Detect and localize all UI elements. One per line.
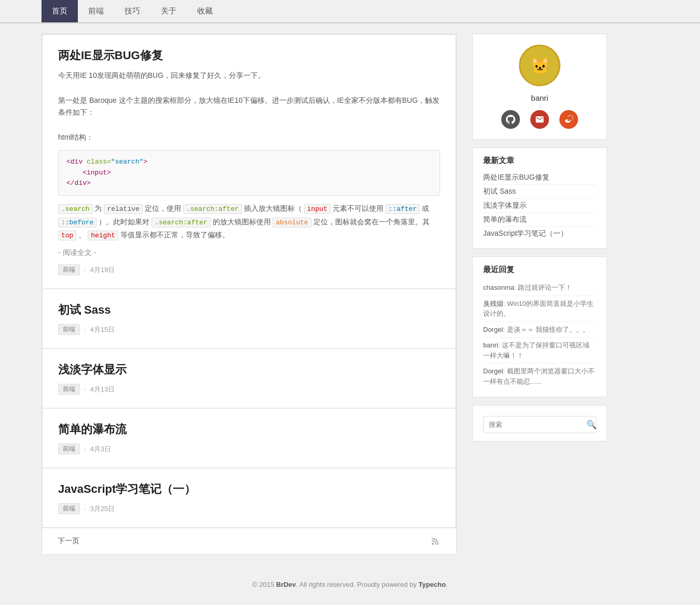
article-date-4: 4月3日	[90, 445, 111, 454]
article-title-5[interactable]: JavaScript学习笔记（一）	[58, 481, 440, 497]
comment-item-2: 臭残烟: Win10的界面简直就是小学生设计的。	[483, 296, 596, 322]
recent-post-item-2[interactable]: 初试 Sass	[483, 185, 596, 199]
article-tag-5[interactable]: 前端	[58, 503, 80, 514]
article-dot-2: ·	[84, 326, 86, 333]
sidebar-recent-comments: 最近回复 chasonma: 路过就评论一下！ 臭残烟: Win10的界面简直就…	[472, 257, 607, 397]
comment-text-3: 是谈＝＝ 我猫怪你了。。。	[507, 326, 590, 333]
code-tag-1: <div	[66, 158, 83, 166]
comment-author-1: chasonma	[483, 284, 514, 291]
recent-post-item-5[interactable]: JavaScript学习笔记（一）	[483, 227, 596, 240]
recent-post-item-1[interactable]: 两处IE显示BUG修复	[483, 171, 596, 185]
footer: © 2015 BrDev. All rights reserved. Proud…	[0, 570, 700, 599]
ci-5: ::after	[386, 204, 420, 214]
footer-end: .	[446, 581, 448, 588]
footer-brand: BrDev	[276, 581, 296, 588]
page-wrapper: 首页 前端 技巧 关于 收藏 两处IE显示BUG修复 今天用IE 10发现两处萌…	[0, 0, 700, 599]
comment-item-1: chasonma: 路过就评论一下！	[483, 280, 596, 296]
article-meta-2: 前端 · 4月15日	[58, 324, 440, 335]
rss-icon[interactable]	[430, 536, 441, 546]
pagination-area: 下一页	[42, 528, 457, 555]
article-date-3: 4月13日	[90, 385, 115, 394]
article-meta-3: 前端 · 4月13日	[58, 384, 440, 395]
articles-container: 两处IE显示BUG修复 今天用IE 10发现两处萌萌的BUG，回来修复了好久，分…	[42, 34, 457, 528]
main-layout: 两处IE显示BUG修复 今天用IE 10发现两处萌萌的BUG，回来修复了好久，分…	[0, 23, 700, 565]
article-meta-5: 前端 · 3月25日	[58, 503, 440, 514]
content-area: 两处IE显示BUG修复 今天用IE 10发现两处萌萌的BUG，回来修复了好久，分…	[42, 34, 457, 555]
article-tag-1[interactable]: 前端	[58, 264, 80, 275]
footer-copyright: © 2015	[252, 581, 276, 588]
article-date-1: 4月19日	[90, 265, 115, 275]
footer-tagline: . All rights reserved. Proudly powered b…	[296, 581, 418, 588]
recent-post-item-3[interactable]: 浅淡字体显示	[483, 199, 596, 213]
comment-colon-3: :	[503, 326, 506, 333]
email-icon[interactable]	[530, 110, 549, 129]
comment-author-5: Dorgel	[483, 367, 503, 375]
weibo-icon[interactable]	[559, 110, 578, 129]
ci-4: input	[304, 204, 331, 214]
article-date-2: 4月15日	[90, 325, 115, 334]
code-tag-4: </div>	[66, 179, 91, 187]
article-date-5: 3月25日	[90, 504, 115, 514]
sidebar: 🐱 banri 最新文章 两处IE显示BU	[472, 34, 607, 555]
comment-author-3: Dorgel	[483, 326, 503, 333]
ci-3: .search:after	[183, 204, 242, 214]
comment-item-3: Dorgel: 是谈＝＝ 我猫怪你了。。。	[483, 322, 596, 338]
comment-author-2: 臭残烟	[483, 300, 503, 307]
article-dot-1: ·	[84, 266, 86, 274]
article-title-2[interactable]: 初试 Sass	[58, 302, 440, 318]
inline-desc-1: .search 为 relative 定位，使用 .search:after 插…	[58, 202, 440, 241]
nav-item-favorites[interactable]: 收藏	[187, 0, 223, 22]
ci-9: top	[58, 231, 76, 240]
article-card-3: 浅淡字体显示 前端 · 4月13日	[42, 348, 456, 408]
article-dot-5: ·	[84, 505, 86, 513]
article-meta-4: 前端 · 4月3日	[58, 443, 440, 454]
nav-item-home[interactable]: 首页	[42, 0, 78, 22]
article-card-2: 初试 Sass 前端 · 4月15日	[42, 289, 456, 348]
ci-2: relative	[104, 204, 142, 214]
read-more-1[interactable]: - 阅读全文 -	[58, 247, 440, 259]
article-tag-4[interactable]: 前端	[58, 443, 80, 454]
footer-engine: Typecho	[419, 581, 446, 588]
nav-item-tips[interactable]: 技巧	[114, 0, 150, 22]
svg-point-0	[432, 543, 434, 545]
article-tag-3[interactable]: 前端	[58, 384, 80, 395]
sidebar-recent-posts: 最新文章 两处IE显示BUG修复 初试 Sass 浅淡字体显示 简单的瀑布流 J…	[472, 147, 607, 249]
article-title-4[interactable]: 简单的瀑布流	[58, 422, 440, 437]
nav-item-frontend[interactable]: 前端	[78, 0, 114, 22]
article-card: 两处IE显示BUG修复 今天用IE 10发现两处萌萌的BUG，回来修复了好久，分…	[42, 34, 456, 289]
article-body-1: 今天用IE 10发现两处萌萌的BUG，回来修复了好久，分享一下。 第一处是 Ba…	[58, 70, 440, 259]
article-card-5: JavaScript学习笔记（一） 前端 · 3月25日	[42, 468, 456, 528]
ci-8: absolute	[272, 218, 311, 227]
code-block-1: <div class="search"> <input> </div>	[58, 150, 440, 196]
article-meta-1: 前端 · 4月19日	[58, 264, 440, 275]
article-tag-2[interactable]: 前端	[58, 324, 80, 335]
avatar: 🐱	[519, 45, 560, 86]
code-tag-2: >	[143, 158, 147, 166]
social-icons-row	[501, 110, 578, 129]
nav-item-about[interactable]: 关于	[150, 0, 187, 22]
search-input[interactable]	[484, 418, 581, 432]
author-name: banri	[531, 93, 548, 102]
code-tag-3: <input>	[83, 169, 111, 177]
article-title-1[interactable]: 两处IE显示BUG修复	[58, 48, 440, 63]
next-page-link[interactable]: 下一页	[58, 536, 79, 546]
search-box: 🔍	[483, 416, 596, 433]
code-attr-1: class=	[87, 158, 111, 166]
html-label: html结构：	[58, 131, 440, 144]
ci-7: .search:after	[152, 218, 210, 227]
ci-6: ::before	[58, 218, 97, 227]
search-button[interactable]: 🔍	[581, 416, 602, 433]
comment-text-1: 路过就评论一下！	[518, 284, 572, 291]
comment-colon-5: :	[503, 367, 506, 375]
comment-item-5: Dorgel: 截图里两个浏览器窗口大小不一样有点不能忍......	[483, 364, 596, 389]
ci-10: height	[88, 231, 118, 240]
github-icon[interactable]	[501, 110, 520, 129]
article-dot-4: ·	[84, 445, 86, 453]
avatar-image: 🐱	[530, 57, 550, 75]
article-title-3[interactable]: 浅淡字体显示	[58, 362, 440, 378]
article-dot-3: ·	[84, 385, 86, 393]
code-val-1: "search"	[111, 158, 143, 166]
article-intro-2: 第一处是 Baroque 这个主题的搜索框部分，放大镜在IE10下偏移。进一步测…	[58, 95, 440, 119]
sidebar-avatar-section: 🐱 banri	[472, 34, 607, 140]
recent-post-item-4[interactable]: 简单的瀑布流	[483, 213, 596, 227]
